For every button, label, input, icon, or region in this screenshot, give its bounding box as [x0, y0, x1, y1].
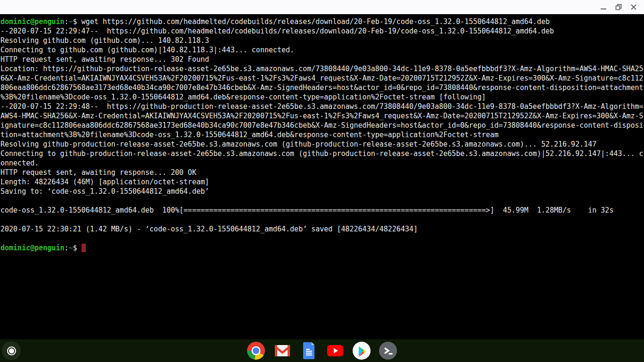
- terminal-line: [0, 196, 644, 206]
- terminal-line: --2020-07-15 22:29:47-- https://github.c…: [0, 26, 644, 36]
- terminal-line: dominic@penguin:~$ wget https://github.c…: [0, 17, 644, 26]
- shelf-app-docs[interactable]: [299, 341, 318, 360]
- terminal-line: %3B%20filename%3Dcode-oss_1.32.0-1550644…: [0, 92, 644, 102]
- shelf-app-youtube[interactable]: [326, 341, 345, 360]
- terminal-line: HTTP request sent, awaiting response... …: [0, 168, 644, 177]
- terminal-line: [0, 215, 644, 224]
- chrome-icon: [247, 341, 265, 360]
- shelf-app-chrome[interactable]: [247, 341, 265, 360]
- terminal-line: Resolving github-production-release-asse…: [0, 140, 644, 149]
- terminal-line: dominic@penguin:~$: [0, 243, 644, 253]
- youtube-icon: [326, 341, 345, 360]
- close-button[interactable]: [626, 0, 641, 14]
- terminal-line: 806eaa806ddc62867568ae3173ed68e40b34ca90…: [0, 83, 644, 92]
- minimize-icon: [600, 4, 607, 10]
- terminal-output[interactable]: dominic@penguin:~$ wget https://github.c…: [0, 14, 644, 339]
- docs-icon: [299, 341, 318, 360]
- restore-icon: [615, 4, 622, 10]
- launcher-button[interactable]: [2, 341, 21, 360]
- terminal-line: tion=attachment%3B%20filename%3Dcode-oss…: [0, 130, 644, 140]
- terminal-line: Connecting to github-production-release-…: [0, 149, 644, 158]
- terminal-line: Connecting to github.com (github.com)|14…: [0, 45, 644, 55]
- shelf-apps: [247, 341, 397, 360]
- terminal-line: ignature=c8c112806eaa806ddc62867568ae317…: [0, 121, 644, 130]
- terminal-line: 6&X-Amz-Credential=AKIAIWNJYAX4CSVEH53A%…: [0, 74, 644, 83]
- restore-button[interactable]: [611, 0, 626, 14]
- terminal-line: --2020-07-15 22:29:48-- https://github-p…: [0, 102, 644, 111]
- terminal-line: Resolving github.com (github.com)... 140…: [0, 36, 644, 45]
- terminal-icon: [379, 341, 397, 360]
- terminal-line: onnected.: [0, 158, 644, 168]
- terminal-line: Length: 48226434 (46M) [application/octe…: [0, 177, 644, 187]
- window-controls: [596, 0, 641, 14]
- play-store-icon: [352, 341, 371, 360]
- launcher-icon: [7, 346, 16, 355]
- terminal-line: HTTP request sent, awaiting response... …: [0, 55, 644, 64]
- terminal-line: Location: https://github-production-rele…: [0, 64, 644, 74]
- close-icon: [630, 4, 637, 10]
- gmail-icon: [273, 341, 292, 360]
- shelf-app-gmail[interactable]: [273, 341, 292, 360]
- window-titlebar: [0, 0, 644, 14]
- terminal-line: [0, 234, 644, 243]
- terminal-line: 2020-07-15 22:30:21 (1.42 MB/s) - ‘code-…: [0, 224, 644, 234]
- shelf-app-play-store[interactable]: [352, 341, 371, 360]
- terminal-line: code-oss_1.32.0-1550644812_amd64.deb 100…: [0, 206, 644, 215]
- terminal-line: Saving to: ‘code-oss_1.32.0-1550644812_a…: [0, 187, 644, 196]
- terminal-line: AWS4-HMAC-SHA256&X-Amz-Credential=AKIAIW…: [0, 111, 644, 121]
- shelf: GB 22:30: [0, 339, 644, 362]
- shelf-app-terminal[interactable]: [379, 341, 397, 360]
- minimize-button[interactable]: [596, 0, 611, 14]
